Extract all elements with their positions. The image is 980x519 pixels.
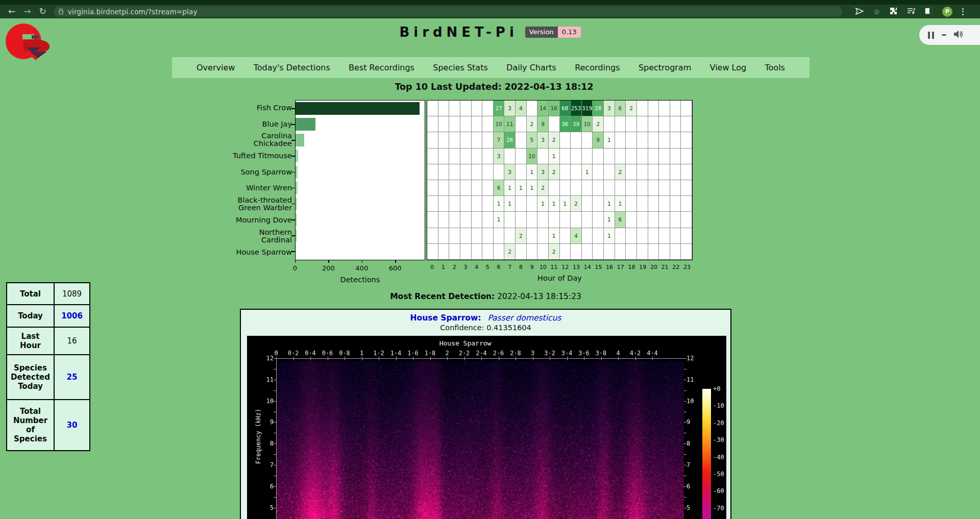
heatmap-cell: [438, 180, 450, 196]
heatmap-cell: 39: [571, 116, 582, 132]
url-text[interactable]: virginia.birdnetpi.com/?stream=play: [68, 8, 198, 16]
browser-menu-icon[interactable]: [962, 8, 964, 15]
colorbar-tick: -30: [713, 436, 724, 443]
heatmap-cell: [438, 228, 450, 244]
heatmap-cell: [449, 212, 460, 228]
heatmap-cell: [659, 116, 670, 132]
pause-icon[interactable]: [928, 32, 934, 39]
heatmap-cell: 3: [604, 101, 615, 116]
forward-icon[interactable]: →: [23, 7, 31, 16]
heatmap-cell: [648, 180, 659, 196]
heatmap-cell: [615, 244, 626, 260]
heatmap-cell: [560, 244, 571, 260]
heatmap-cell: 2: [549, 164, 560, 180]
bookmark-star-icon[interactable]: ☆: [873, 8, 880, 15]
heatmap-cell: [560, 149, 571, 164]
nav-item-best-recordings[interactable]: Best Recordings: [349, 63, 414, 72]
heatmap-cell: [527, 228, 538, 244]
heatmap-cell: [648, 132, 659, 148]
heatmap-cell: [637, 244, 648, 260]
heatmap-cell: [482, 164, 494, 180]
stats-value[interactable]: 25: [67, 373, 78, 382]
heatmap-cell: [472, 116, 483, 132]
seek-handle[interactable]: [942, 34, 946, 36]
colorbar-tick: -50: [713, 471, 724, 478]
heatmap-cell: [516, 244, 527, 260]
species-label: House Sparrow: [179, 244, 292, 260]
nav-item-today-s-detections[interactable]: Today's Detections: [254, 63, 330, 72]
freq-tick: 11: [687, 376, 694, 383]
heatmap-cell: [504, 228, 516, 244]
audio-player[interactable]: [919, 25, 980, 45]
heatmap-cell: [482, 228, 494, 244]
species-common-name-link[interactable]: House Sparrow:: [410, 313, 481, 323]
address-bar[interactable]: virginia.birdnetpi.com/?stream=play: [54, 6, 842, 17]
heatmap-cell: 9: [593, 132, 604, 148]
heatmap-cell: [482, 180, 494, 196]
reload-icon[interactable]: ↻: [39, 7, 46, 16]
freq-tick: 12: [687, 355, 694, 362]
stats-table: Total1089Today1006Last Hour16Species Det…: [6, 282, 90, 451]
nav-item-overview[interactable]: Overview: [197, 63, 235, 72]
heatmap-cell: 2: [593, 116, 604, 132]
extensions-puzzle-icon[interactable]: [890, 7, 897, 16]
hour-tick: 7: [504, 264, 516, 270]
heatmap-cell: [593, 180, 604, 196]
share-icon[interactable]: [855, 8, 864, 16]
hour-tick: 8: [516, 264, 527, 270]
side-panel-icon[interactable]: [925, 8, 933, 15]
heatmap-cell: [460, 116, 472, 132]
lock-icon: [59, 11, 63, 14]
heatmap-cell: [472, 212, 483, 228]
heatmap-cell: 2: [516, 228, 527, 244]
page-title: BirdNET-Pi: [399, 24, 518, 40]
heatmap-cell: [582, 132, 593, 148]
hour-tick: 3: [460, 264, 471, 270]
stats-value[interactable]: 1006: [61, 311, 83, 320]
species-scientific-name: Passer domesticus: [487, 313, 561, 323]
heatmap-cell: [560, 212, 571, 228]
heatmap-cell: [604, 149, 615, 164]
heatmap-cell: 2: [549, 132, 560, 148]
heatmap-cell: [637, 116, 648, 132]
heatmap-cell: [681, 149, 692, 164]
heatmap-cell: [460, 244, 472, 260]
hour-tick: 21: [659, 264, 671, 270]
heatmap-cell: 68: [560, 101, 571, 116]
detections-bar: [296, 118, 315, 131]
heatmap-cell: 11: [504, 116, 516, 132]
freq-tick: 10: [256, 398, 274, 405]
version-badge: Version 0.13: [525, 27, 581, 38]
heatmap-cell: [659, 132, 670, 148]
stats-value[interactable]: 30: [67, 421, 78, 430]
heatmap-cell: 1: [549, 196, 560, 212]
heatmap-cell: [460, 212, 472, 228]
heatmap-cell: [571, 149, 582, 164]
nav-item-view-log[interactable]: View Log: [710, 63, 747, 72]
stats-label: Total: [7, 283, 54, 305]
freq-tick: 7: [687, 461, 690, 468]
heatmap-cell: [582, 196, 593, 212]
nav-item-spectrogram[interactable]: Spectrogram: [639, 63, 691, 72]
volume-icon[interactable]: [953, 30, 964, 41]
profile-avatar[interactable]: P: [942, 7, 952, 17]
heatmap-cell: [427, 149, 438, 164]
heatmap-cell: [482, 132, 494, 148]
heatmap-cell: [516, 196, 527, 212]
heatmap-cell: [427, 228, 438, 244]
hour-tick: 1: [438, 264, 449, 270]
page-header: BirdNET-Pi Version 0.13: [0, 24, 980, 40]
nav-item-species-stats[interactable]: Species Stats: [433, 63, 488, 72]
back-icon[interactable]: ←: [8, 7, 15, 16]
nav-item-recordings[interactable]: Recordings: [575, 63, 620, 72]
heatmap-cell: 2: [504, 244, 516, 260]
media-playlist-icon[interactable]: [907, 8, 915, 15]
nav-item-daily-charts[interactable]: Daily Charts: [506, 63, 556, 72]
heatmap-cell: [681, 244, 692, 260]
heatmap-cell: [670, 132, 681, 148]
bar-chart-species-labels: Fish CrowBlue JayCarolina ChickadeeTufte…: [179, 100, 292, 260]
heatmap-cell: [537, 149, 549, 164]
heatmap-cell: [659, 180, 670, 196]
heatmap-cell: [427, 101, 438, 116]
nav-item-tools[interactable]: Tools: [765, 63, 785, 72]
